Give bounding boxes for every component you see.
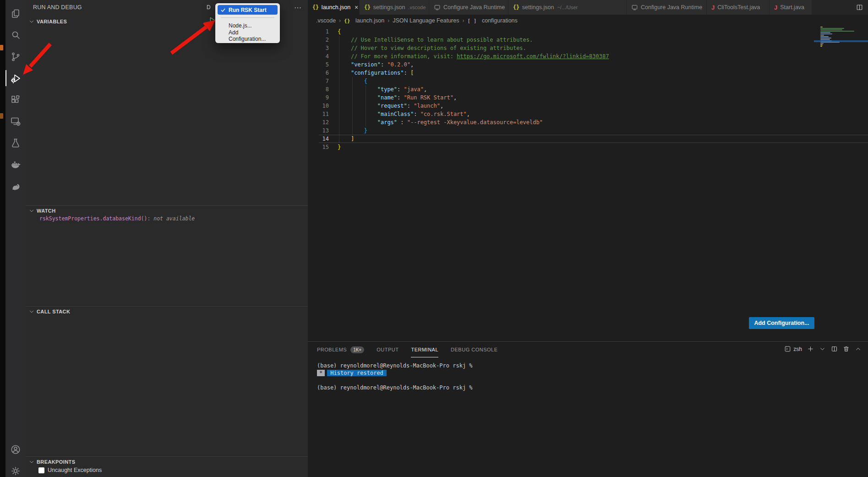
more-actions-icon[interactable]: ··· <box>294 4 302 12</box>
editor-tab-clitoolstest-java[interactable]: JCliToolsTest.java <box>707 0 770 15</box>
activity-item-gradle[interactable] <box>5 175 26 197</box>
breadcrumb-item[interactable]: [ ] configurations <box>467 17 517 24</box>
run-and-debug-sidebar: RUN AND DEBUG ··· VARIABLESWATCHCALL STA… <box>26 0 308 477</box>
code-text: "configurations": [ <box>338 70 414 76</box>
code-line-15[interactable]: 15} <box>308 143 868 151</box>
menu-item-add-configuration[interactable]: Add Configuration... <box>218 31 278 40</box>
menu-separator <box>221 17 274 18</box>
code-text: "request": "launch", <box>338 103 443 109</box>
section-header-call-stack[interactable]: CALL STACK <box>26 306 308 317</box>
activity-item-source-control[interactable] <box>5 46 26 67</box>
uncaught-exceptions-checkbox[interactable] <box>38 467 44 473</box>
activity-item-testing[interactable] <box>5 132 26 154</box>
minimap-line <box>820 43 824 44</box>
panel-tab-label: TERMINAL <box>411 347 438 352</box>
breadcrumb-item[interactable]: {} launch.json <box>344 17 384 24</box>
activity-item-remote-explorer[interactable] <box>5 110 26 132</box>
background-window-mark <box>0 113 3 119</box>
add-configuration-button[interactable]: Add Configuration... <box>749 317 814 329</box>
editor-tab-settings-json[interactable]: {}settings.json~/.../User <box>508 0 627 15</box>
panel-tab-output[interactable]: OUTPUT <box>377 342 399 357</box>
panel-tab-problems[interactable]: PROBLEMS1K+ <box>317 342 364 357</box>
line-number: 10 <box>308 102 329 110</box>
vscode-window: RUN AND DEBUG ··· VARIABLESWATCHCALL STA… <box>0 0 868 477</box>
code-line-14[interactable]: 14 ] <box>308 135 868 143</box>
minimap[interactable] <box>820 27 866 47</box>
line-number: 15 <box>308 143 329 151</box>
code-line-12[interactable]: 12 "args" : "--regtest -Xkeyvalue.dataso… <box>308 118 868 126</box>
split-terminal-button[interactable] <box>831 345 838 352</box>
editor-tab-settings-json[interactable]: {}settings.json.vscode <box>360 0 429 15</box>
code-line-10[interactable]: 10 "request": "launch", <box>308 102 868 110</box>
minimap-line <box>820 28 844 29</box>
activity-item-explorer[interactable] <box>5 3 26 24</box>
code-text: { <box>338 78 367 84</box>
minimap-line <box>820 46 822 47</box>
watch-expression[interactable]: rskSystemProperties.databaseKind(): not … <box>39 215 195 222</box>
line-number: 8 <box>308 85 329 93</box>
history-restored-chip: History restored <box>327 370 387 376</box>
editor-group: {}launch.json×{}settings.json.vscodeConf… <box>308 0 868 341</box>
code-line-11[interactable]: 11 "mainClass": "co.rsk.Start", <box>308 110 868 118</box>
gear-icon[interactable] <box>281 4 289 12</box>
editor-tab-configure-java-runtime[interactable]: Configure Java Runtime <box>627 0 707 15</box>
code-line-8[interactable]: 8 "type": "java", <box>308 85 868 93</box>
code-line-9[interactable]: 9 "name": "Run RSK Start", <box>308 93 868 102</box>
code-text: "name": "Run RSK Start", <box>338 94 457 101</box>
close-icon[interactable]: × <box>355 4 358 11</box>
terminal-output[interactable]: (base) reynoldmorel@Reynolds-MacBook-Pro… <box>317 362 473 391</box>
kill-terminal-button[interactable] <box>843 345 850 352</box>
panel-tab-label: OUTPUT <box>377 347 399 352</box>
tab-label: Start.java <box>780 4 804 11</box>
java-file-icon: J <box>774 4 777 11</box>
activity-item-run-and-debug[interactable] <box>5 67 26 89</box>
code-line-6[interactable]: 6 "configurations": [ <box>308 69 868 77</box>
code-line-5[interactable]: 5 "version": "0.2.0", <box>308 60 868 69</box>
code-line-13[interactable]: 13 } <box>308 126 868 135</box>
section-header-watch[interactable]: WATCH <box>26 205 308 216</box>
code-line-7[interactable]: 7 { <box>308 77 868 85</box>
runtime-config-icon <box>434 4 441 11</box>
shell-name: zsh <box>793 346 802 352</box>
code-line-1[interactable]: 1{ <box>308 27 868 36</box>
editor-tab-configure-java-runtime[interactable]: Configure Java Runtime <box>429 0 508 15</box>
branch-icon <box>10 51 21 62</box>
section-header-breakpoints[interactable]: BREAKPOINTS <box>26 456 308 467</box>
beaker-icon <box>10 137 21 148</box>
activity-item-search[interactable] <box>5 24 26 46</box>
activity-item-docker[interactable] <box>5 154 26 175</box>
split-editor-icon[interactable] <box>856 4 863 11</box>
editor-tab-start-java[interactable]: JStart.java <box>770 0 812 15</box>
activity-item-accounts[interactable] <box>5 439 26 460</box>
line-number: 1 <box>308 27 329 36</box>
code-text: ] <box>338 136 354 142</box>
code-text: } <box>338 144 341 150</box>
extensions-icon <box>10 94 21 105</box>
line-number: 13 <box>308 126 329 135</box>
activity-item-settings[interactable] <box>5 460 26 477</box>
shell-indicator[interactable]: zsh <box>784 345 802 352</box>
activity-item-extensions[interactable] <box>5 89 26 110</box>
brackets-icon: [ ] <box>467 18 480 24</box>
editor-tab-launch-json[interactable]: {}launch.json× <box>308 0 360 15</box>
activity-bar-bottom-items <box>5 439 26 477</box>
breadcrumb-item[interactable]: .vscode <box>316 17 336 24</box>
line-number: 11 <box>308 110 329 118</box>
tab-label: launch.json <box>322 4 350 11</box>
line-number: 9 <box>308 93 329 102</box>
panel-tab-terminal[interactable]: TERMINAL <box>411 342 438 357</box>
code-line-3[interactable]: 3 // Hover to view descriptions of exist… <box>308 44 868 52</box>
new-terminal-button[interactable] <box>807 345 814 352</box>
minimap-line <box>820 27 823 27</box>
code-line-2[interactable]: 2 // Use IntelliSense to learn about pos… <box>308 36 868 44</box>
menu-item-run-rsk-start[interactable]: Run RSK Start <box>218 5 278 15</box>
breadcrumb-item[interactable]: JSON Language Features <box>393 17 459 24</box>
minimap-line <box>820 33 832 34</box>
maximize-panel-button[interactable] <box>855 345 862 352</box>
code-line-4[interactable]: 4 // For more information, visit: https:… <box>308 52 868 60</box>
launch-profile-button[interactable] <box>819 345 826 352</box>
code-editor[interactable]: 1{2 // Use IntelliSense to learn about p… <box>308 27 868 341</box>
minimap-line <box>820 36 829 37</box>
minimap-line <box>820 31 854 32</box>
panel-tab-debug-console[interactable]: DEBUG CONSOLE <box>451 342 497 357</box>
